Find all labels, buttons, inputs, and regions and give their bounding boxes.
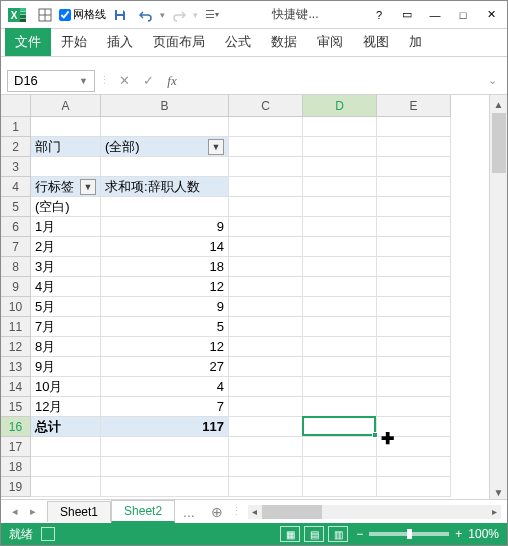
row-header-6[interactable]: 6 [1, 217, 31, 237]
qat-menu-icon[interactable]: ☰▾ [200, 3, 224, 27]
fx-icon[interactable]: fx [162, 71, 182, 91]
cell-D2[interactable] [303, 137, 377, 157]
cell-D10[interactable] [303, 297, 377, 317]
pivot-rowlabel-dropdown-icon[interactable]: ▼ [80, 179, 96, 195]
pivot-row-value-11[interactable]: 5 [101, 317, 229, 337]
cell-E2[interactable] [377, 137, 451, 157]
cell-D12[interactable] [303, 337, 377, 357]
zoom-out-icon[interactable]: − [356, 527, 363, 541]
cell-C9[interactable] [229, 277, 303, 297]
row-header-8[interactable]: 8 [1, 257, 31, 277]
close-icon[interactable]: ✕ [479, 4, 503, 26]
cell-E1[interactable] [377, 117, 451, 137]
cell-D5[interactable] [303, 197, 377, 217]
hscroll-left-icon[interactable]: ◂ [248, 506, 262, 517]
pivot-row-label-15[interactable]: 12月 [31, 397, 101, 417]
cell-D3[interactable] [303, 157, 377, 177]
scroll-thumb[interactable] [492, 113, 506, 173]
minimize-icon[interactable]: — [423, 4, 447, 26]
cell-A1[interactable] [31, 117, 101, 137]
redo-icon[interactable] [167, 3, 191, 27]
cell-D4[interactable] [303, 177, 377, 197]
sheet-more-icon[interactable]: ... [175, 504, 203, 520]
pivot-row-label-13[interactable]: 9月 [31, 357, 101, 377]
row-header-11[interactable]: 11 [1, 317, 31, 337]
ribbon-options-icon[interactable]: ▭ [395, 4, 419, 26]
cell-D9[interactable] [303, 277, 377, 297]
cell-C15[interactable] [229, 397, 303, 417]
view-normal-icon[interactable]: ▦ [280, 526, 300, 542]
pivot-filter-dropdown-icon[interactable]: ▼ [208, 139, 224, 155]
cell-C14[interactable] [229, 377, 303, 397]
cell-E3[interactable] [377, 157, 451, 177]
cell-B19[interactable] [101, 477, 229, 497]
sheet-nav-next-icon[interactable]: ▸ [25, 505, 41, 518]
row-header-14[interactable]: 14 [1, 377, 31, 397]
undo-icon[interactable] [134, 3, 158, 27]
cell-E10[interactable] [377, 297, 451, 317]
cell-E7[interactable] [377, 237, 451, 257]
pivot-row-label-11[interactable]: 7月 [31, 317, 101, 337]
cell-D11[interactable] [303, 317, 377, 337]
chevron-down-icon[interactable]: ▼ [79, 76, 88, 86]
name-box[interactable]: D16 ▼ [7, 70, 95, 92]
sheet-tab-sheet1[interactable]: Sheet1 [47, 501, 111, 522]
pivot-row-value-12[interactable]: 12 [101, 337, 229, 357]
pivot-row-label-6[interactable]: 1月 [31, 217, 101, 237]
cell-E17[interactable] [377, 437, 451, 457]
sheet-add-icon[interactable]: ⊕ [203, 504, 231, 520]
view-break-icon[interactable]: ▥ [328, 526, 348, 542]
cell-D18[interactable] [303, 457, 377, 477]
row-header-16[interactable]: 16 [1, 417, 31, 437]
cell-C3[interactable] [229, 157, 303, 177]
sheet-nav-first-icon[interactable]: ◂ [7, 505, 23, 518]
gridlines-checkbox[interactable]: 网格线 [59, 7, 106, 22]
pivot-row-value-13[interactable]: 27 [101, 357, 229, 377]
pivot-filter-field[interactable]: 部门 [31, 137, 101, 157]
cell-C12[interactable] [229, 337, 303, 357]
cell-C6[interactable] [229, 217, 303, 237]
pivot-row-label-12[interactable]: 8月 [31, 337, 101, 357]
hscroll-right-icon[interactable]: ▸ [487, 506, 501, 517]
select-all-corner[interactable] [1, 95, 31, 117]
row-header-4[interactable]: 4 [1, 177, 31, 197]
pivot-row-value-6[interactable]: 9 [101, 217, 229, 237]
row-header-5[interactable]: 5 [1, 197, 31, 217]
row-header-19[interactable]: 19 [1, 477, 31, 497]
cell-B18[interactable] [101, 457, 229, 477]
cell-E12[interactable] [377, 337, 451, 357]
cell-D1[interactable] [303, 117, 377, 137]
cell-C1[interactable] [229, 117, 303, 137]
cell-C13[interactable] [229, 357, 303, 377]
cell-C16[interactable] [229, 417, 303, 437]
col-header-D[interactable]: D [303, 95, 377, 117]
row-header-15[interactable]: 15 [1, 397, 31, 417]
pivot-row-value-9[interactable]: 12 [101, 277, 229, 297]
cell-A3[interactable] [31, 157, 101, 177]
col-header-A[interactable]: A [31, 95, 101, 117]
cell-D19[interactable] [303, 477, 377, 497]
cell-C19[interactable] [229, 477, 303, 497]
tab-home[interactable]: 开始 [51, 28, 97, 56]
cell-D6[interactable] [303, 217, 377, 237]
cell-A18[interactable] [31, 457, 101, 477]
cell-E18[interactable] [377, 457, 451, 477]
cell-E13[interactable] [377, 357, 451, 377]
pivot-row-value-14[interactable]: 4 [101, 377, 229, 397]
cell-C17[interactable] [229, 437, 303, 457]
cell-C8[interactable] [229, 257, 303, 277]
cell-B3[interactable] [101, 157, 229, 177]
pivot-row-label-14[interactable]: 10月 [31, 377, 101, 397]
pivot-row-label-10[interactable]: 5月 [31, 297, 101, 317]
row-header-17[interactable]: 17 [1, 437, 31, 457]
formula-bar[interactable] [186, 70, 479, 92]
cell-E5[interactable] [377, 197, 451, 217]
cell-D15[interactable] [303, 397, 377, 417]
zoom-in-icon[interactable]: + [455, 527, 462, 541]
cell-E4[interactable] [377, 177, 451, 197]
tab-view[interactable]: 视图 [353, 28, 399, 56]
tab-file[interactable]: 文件 [5, 28, 51, 56]
col-header-B[interactable]: B [101, 95, 229, 117]
cell-C18[interactable] [229, 457, 303, 477]
cell-E9[interactable] [377, 277, 451, 297]
